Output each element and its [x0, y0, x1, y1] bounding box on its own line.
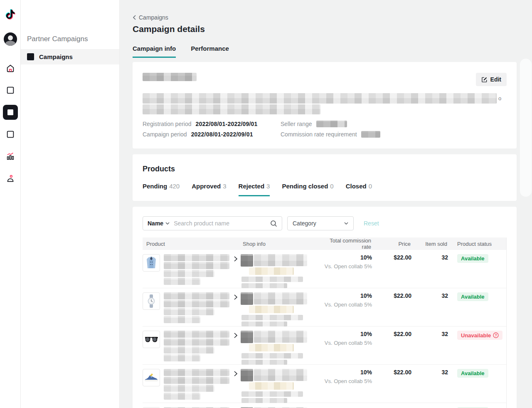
svg-text:?: ? — [495, 333, 497, 337]
status-badge: Available — [457, 369, 488, 378]
product-status-tabs: Pending 420 Approved 3 Rejected 3 Pendin… — [143, 183, 507, 196]
help-circle-icon[interactable]: ? — [493, 332, 499, 338]
edit-button-label: Edit — [490, 76, 501, 83]
item-sold-cell: 32 — [411, 331, 448, 365]
search-icon[interactable] — [270, 220, 277, 227]
table-header: Product Shop info Total commission rate … — [143, 237, 506, 250]
expand-chevron-icon[interactable] — [231, 331, 241, 365]
redacted-product-name — [164, 331, 229, 365]
status-badge: Available — [457, 254, 488, 263]
redacted-shop-info — [241, 331, 319, 365]
field-registration-period: Registration period 2022/08/01-2022/09/0… — [143, 121, 281, 127]
commission-cell: 10% Vs. Open collab 5% — [319, 292, 372, 326]
nav-orders-icon[interactable] — [3, 83, 18, 98]
breadcrumb[interactable]: Campaigns — [133, 14, 168, 21]
col-commission: Total commission rate — [319, 237, 372, 250]
expand-chevron-icon[interactable] — [231, 369, 241, 403]
table-row[interactable]: 10% Vs. Open collab 5% $22.00 32 Unavail… — [143, 326, 506, 365]
nav-account-icon[interactable] — [3, 171, 18, 186]
expand-chevron-icon[interactable] — [231, 292, 241, 326]
tab-pending[interactable]: Pending 420 — [143, 183, 180, 196]
product-image-sunglasses — [143, 331, 160, 348]
field-campaign-period: Campaign period 2022/08/01-2022/09/01 — [143, 131, 281, 138]
redacted-campaign-description: o — [143, 93, 507, 114]
redacted-shop-info — [241, 292, 319, 326]
table-row[interactable]: 10% Vs. Open collab 5% $22.00 32 Availab… — [143, 365, 506, 403]
category-select[interactable]: Category — [287, 216, 354, 230]
item-sold-cell: 32 — [411, 292, 448, 326]
tab-rejected[interactable]: Rejected 3 — [239, 183, 270, 196]
redacted-commission-requirement — [361, 131, 380, 138]
redacted-product-name — [164, 254, 229, 288]
module-sidebar: Partner Campaigns Campaigns — [21, 0, 120, 408]
avatar-body — [5, 41, 15, 46]
nav-analytics-icon[interactable] — [3, 149, 18, 164]
table-row[interactable]: 10% Vs. Open collab 5% $22.00 32 Availab… — [143, 250, 506, 288]
tab-closed[interactable]: Closed 0 — [346, 183, 372, 196]
product-image-blue-coat — [143, 254, 160, 272]
search-input[interactable] — [174, 220, 270, 227]
redacted-description-line — [143, 93, 497, 104]
campaign-info-card: Edit o Registration period 2022/08/01-20… — [133, 62, 517, 148]
detail-tabs: Campaign info Performance — [133, 45, 517, 58]
item-sold-cell: 32 — [411, 369, 448, 403]
status-badge: Unavailable ? — [457, 331, 502, 340]
commission-cell: 10% Vs. Open collab 5% — [319, 369, 372, 403]
nav-campaigns-icon[interactable] — [3, 105, 18, 120]
nav-products-icon[interactable] — [3, 127, 18, 142]
search-box: Name — [143, 216, 282, 230]
page-scrollbar-thumb[interactable] — [520, 59, 532, 197]
main-content: Campaigns Campaign details Campaign info… — [120, 0, 532, 408]
page-title: Campaign details — [133, 24, 517, 34]
price-cell: $22.00 — [372, 292, 411, 326]
commission-cell: 10% Vs. Open collab 5% — [319, 254, 372, 288]
table-row[interactable]: 10% Vs. Open collab 5% $22.00 32 Availab… — [143, 403, 506, 408]
col-product-status: Product status — [448, 241, 506, 247]
edit-pencil-icon — [481, 77, 488, 83]
product-table-card: Name Category Reset — [133, 207, 517, 408]
expand-chevron-icon[interactable] — [231, 254, 241, 288]
col-shop-info: Shop info — [241, 241, 319, 247]
product-image-watch — [143, 292, 160, 310]
products-table: Product Shop info Total commission rate … — [143, 237, 507, 408]
redacted-shop-info — [241, 254, 319, 288]
edit-button[interactable]: Edit — [476, 73, 507, 86]
sidebar-title: Partner Campaigns — [21, 35, 119, 49]
products-card: Products Pending 420 Approved 3 Rejected… — [133, 154, 517, 201]
products-title: Products — [143, 165, 507, 173]
campaign-fields: Registration period 2022/08/01-2022/09/0… — [143, 121, 507, 138]
field-seller-range: Seller range — [281, 121, 507, 127]
status-badge: Available — [457, 292, 488, 301]
tab-pending-closed[interactable]: Pending closed 0 — [282, 183, 333, 196]
sidebar-item-campaigns[interactable]: Campaigns — [21, 49, 119, 64]
status-cell: Unavailable ? — [448, 331, 506, 365]
price-cell: $22.00 — [372, 331, 411, 365]
chevron-down-icon — [165, 222, 170, 225]
chevron-down-icon — [344, 222, 348, 225]
tiktok-logo[interactable] — [4, 9, 17, 22]
status-cell: Available — [448, 369, 506, 403]
redacted-shop-info — [241, 369, 319, 403]
sidebar-item-label: Campaigns — [39, 53, 73, 60]
tab-approved[interactable]: Approved 3 — [192, 183, 226, 196]
redacted-product-name — [164, 369, 229, 403]
app-rail — [0, 0, 21, 408]
product-image-sneakers — [143, 369, 160, 386]
tab-campaign-info[interactable]: Campaign info — [133, 45, 176, 58]
redacted-seller-range — [316, 121, 347, 127]
redacted-product-name — [164, 292, 229, 326]
search-field-selector[interactable]: Name — [148, 220, 170, 227]
campaigns-square-icon — [27, 53, 34, 60]
tab-performance[interactable]: Performance — [191, 45, 229, 58]
nav-home-icon[interactable] — [3, 61, 18, 76]
commission-cell: 10% Vs. Open collab 5% — [319, 331, 372, 365]
avatar-head — [8, 35, 13, 40]
price-cell: $22.00 — [372, 254, 411, 288]
status-cell: Available — [448, 254, 506, 288]
price-cell: $22.00 — [372, 369, 411, 403]
reset-button[interactable]: Reset — [364, 220, 379, 227]
user-avatar[interactable] — [4, 32, 17, 46]
col-product: Product — [143, 241, 231, 247]
chevron-left-icon — [133, 15, 136, 20]
table-row[interactable]: 10% Vs. Open collab 5% $22.00 32 Availab… — [143, 288, 506, 326]
